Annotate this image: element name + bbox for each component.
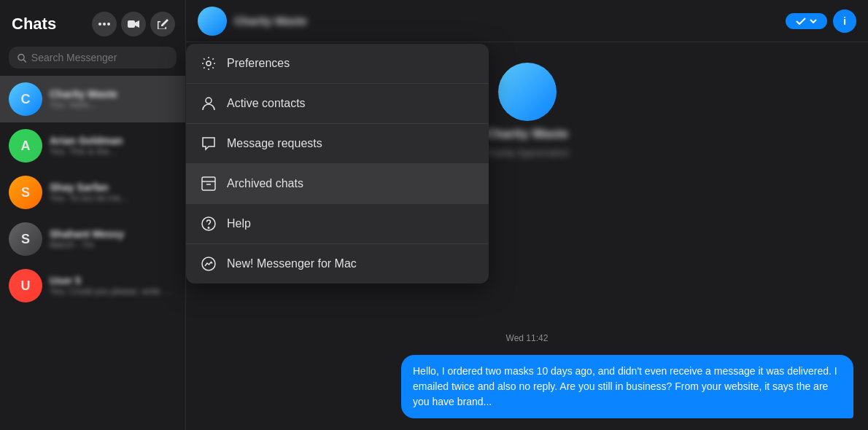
chat-name: Shay Sarfan <box>50 181 177 193</box>
chat-name: User 5 <box>50 275 177 286</box>
svg-point-6 <box>206 61 211 66</box>
search-bar <box>9 47 177 69</box>
sidebar-title: Chats <box>12 15 56 34</box>
sidebar: Chats <box>0 0 186 430</box>
avatar: U <box>9 269 42 302</box>
chat-info: Charity Waste You: Hello... <box>50 88 177 110</box>
menu-label-help: Help <box>227 217 251 230</box>
sidebar-actions <box>92 12 175 36</box>
ellipsis-icon <box>98 23 110 26</box>
menu-item-help[interactable]: Help <box>186 204 489 244</box>
svg-point-4 <box>18 54 24 60</box>
avatar: A <box>9 129 42 163</box>
compose-button[interactable] <box>150 12 175 36</box>
compose-icon <box>158 19 168 30</box>
chat-item[interactable]: S Shahant Messy March - 7m <box>0 216 185 262</box>
chat-name: Charity Waste <box>50 88 177 100</box>
dropdown-menu: Preferences Active contacts <box>186 44 489 284</box>
avatar: S <box>9 222 42 256</box>
svg-point-12 <box>208 227 209 229</box>
chat-item[interactable]: A Arian Goldman You: This is the... <box>0 122 185 169</box>
chat-icon <box>201 136 217 152</box>
svg-point-1 <box>103 23 106 26</box>
svg-line-5 <box>23 59 26 62</box>
chat-info: Shay Sarfan You: Yo bro let me... <box>50 181 177 203</box>
search-icon <box>18 53 26 63</box>
chat-item[interactable]: U User 5 You: Could you please, write me… <box>0 262 185 309</box>
profile-avatar <box>498 63 557 121</box>
chat-preview: March - 7m <box>50 240 177 250</box>
menu-label-archived-chats: Archived chats <box>227 177 303 190</box>
mark-done-button[interactable] <box>786 13 827 29</box>
menu-item-active-contacts[interactable]: Active contacts <box>186 84 489 124</box>
chat-preview: You: Hello... <box>50 100 177 110</box>
menu-label-preferences: Preferences <box>227 57 290 70</box>
menu-label-active-contacts: Active contacts <box>227 97 306 110</box>
gear-icon <box>201 55 217 71</box>
chat-info: User 5 You: Could you please, write me..… <box>50 275 177 297</box>
chat-list: C Charity Waste You: Hello... A Arian Go… <box>0 76 185 430</box>
chat-item[interactable]: S Shay Sarfan You: Yo bro let me... <box>0 169 185 216</box>
svg-rect-8 <box>202 177 215 190</box>
menu-item-message-requests[interactable]: Message requests <box>186 124 489 164</box>
svg-point-2 <box>107 23 110 26</box>
chat-preview: You: This is the... <box>50 146 177 157</box>
svg-point-0 <box>98 23 101 26</box>
person-icon <box>201 95 217 112</box>
checkmark-icon <box>796 17 806 25</box>
avatar: C <box>9 82 42 116</box>
more-options-button[interactable] <box>92 12 117 36</box>
menu-item-preferences[interactable]: Preferences <box>186 44 489 84</box>
chat-info: Arian Goldman You: This is the... <box>50 135 177 157</box>
svg-rect-3 <box>128 20 135 28</box>
dropdown-overlay: Preferences Active contacts <box>186 0 500 430</box>
chat-preview: You: Could you please, write me... <box>50 286 177 297</box>
info-label: i <box>843 15 846 27</box>
sidebar-header: Chats <box>0 0 185 42</box>
avatar: S <box>9 176 42 209</box>
chevron-down-icon <box>810 19 817 23</box>
menu-label-message-requests: Message requests <box>227 137 322 150</box>
video-icon <box>128 20 139 28</box>
question-icon <box>201 216 217 232</box>
menu-item-archived-chats[interactable]: Archived chats <box>186 164 489 204</box>
info-button[interactable]: i <box>833 9 856 33</box>
messenger-icon <box>201 256 217 272</box>
search-input[interactable] <box>31 52 168 63</box>
chat-info: Shahant Messy March - 7m <box>50 228 177 250</box>
chat-name: Shahant Messy <box>50 228 177 240</box>
chat-name: Arian Goldman <box>50 135 177 146</box>
archive-icon <box>201 176 217 192</box>
menu-label-new-messenger: New! Messenger for Mac <box>227 257 357 270</box>
chat-item[interactable]: C Charity Waste You: Hello... <box>0 76 185 122</box>
menu-item-new-messenger[interactable]: New! Messenger for Mac <box>186 244 489 284</box>
topbar-actions: i <box>786 9 856 33</box>
video-call-button[interactable] <box>121 12 146 36</box>
chat-preview: You: Yo bro let me... <box>50 193 177 203</box>
svg-point-7 <box>206 98 212 103</box>
